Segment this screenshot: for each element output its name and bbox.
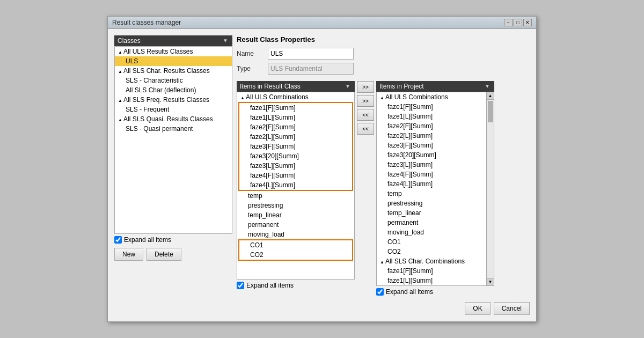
tree-item-sls-quasi[interactable]: SLS - Quasi permanent: [115, 124, 232, 134]
result-faze1f[interactable]: faze1[F][Summ]: [239, 103, 352, 113]
scroll-up-button[interactable]: ▲: [487, 92, 494, 100]
result-faze1l[interactable]: faze1[L][Summ]: [239, 113, 352, 122]
p-permanent[interactable]: permanent: [377, 218, 486, 227]
p-faze3l[interactable]: faze3[L][Summ]: [377, 160, 486, 170]
uls-combo-triangle: ▲: [240, 95, 246, 100]
triangle-icon-4: ▲: [118, 117, 123, 122]
items-project-expand-row: Expand all items: [376, 288, 433, 296]
right1-arrow: >>: [362, 84, 369, 90]
items-result-expand-checkbox[interactable]: [237, 282, 244, 289]
items-project-expand-checkbox[interactable]: [376, 288, 384, 296]
project-tree-wrapper: ▲All ULS Combinations faze1[F][Summ] faz…: [376, 92, 494, 286]
result-temp[interactable]: temp: [237, 191, 354, 201]
classes-filter-icon[interactable]: ▼: [223, 38, 229, 44]
items-project-expand-label: Expand all items: [386, 288, 433, 296]
items-result-filter-icon[interactable]: ▼: [345, 83, 352, 90]
transfer-left2-button[interactable]: <<: [357, 123, 374, 135]
tree-item-uls-group[interactable]: ▲All ULS Results Classes: [115, 47, 232, 56]
p-faze1l[interactable]: faze1[L][Summ]: [377, 112, 486, 121]
scroll-thumb[interactable]: [488, 101, 493, 122]
p-moving-load[interactable]: moving_load: [377, 227, 486, 237]
result-faze3-20[interactable]: faze3[20][Summ]: [239, 151, 352, 161]
items-result-bottom: Expand all items: [237, 282, 355, 289]
result-faze3l[interactable]: faze3[L][Summ]: [239, 161, 352, 171]
p-uls-triangle: ▲: [380, 95, 385, 100]
transfer-left1-button[interactable]: <<: [357, 109, 374, 121]
restore-button[interactable]: □: [514, 19, 522, 26]
p-sls-triangle: ▲: [380, 260, 385, 264]
properties-title: Result Class Properties: [237, 35, 530, 43]
p-faze4f[interactable]: faze4[F][Summ]: [377, 170, 486, 179]
items-result-tree[interactable]: ▲All ULS Combinations faze1[F][Summ] faz…: [237, 92, 355, 280]
result-faze4l[interactable]: faze4[L][Summ]: [239, 180, 352, 190]
result-faze4f[interactable]: faze4[F][Summ]: [239, 171, 352, 180]
p-co2[interactable]: CO2: [377, 247, 486, 256]
items-project-filter-icon[interactable]: ▼: [485, 83, 491, 90]
items-project-tree[interactable]: ▲All ULS Combinations faze1[F][Summ] faz…: [376, 92, 487, 286]
p-sls-char-combo-group[interactable]: ▲All SLS Char. Combinations: [377, 256, 486, 266]
scroll-track: [487, 100, 494, 278]
result-co2[interactable]: CO2: [239, 250, 352, 260]
minimize-button[interactable]: −: [504, 19, 513, 26]
p-sls-faze1f[interactable]: faze1[F][Summ]: [377, 266, 486, 276]
transfer-right2-button[interactable]: >>: [357, 95, 374, 107]
p-co1[interactable]: CO1: [377, 237, 486, 247]
p-faze1f[interactable]: faze1[F][Summ]: [377, 102, 486, 112]
p-prestressing[interactable]: prestressing: [377, 199, 486, 208]
items-result-expand-label: Expand all items: [246, 282, 294, 289]
result-faze3f[interactable]: faze3[F][Summ]: [239, 142, 352, 151]
cancel-button[interactable]: Cancel: [494, 302, 530, 315]
orange-box-co: CO1 CO2: [238, 239, 353, 261]
scroll-down-button[interactable]: ▼: [487, 278, 494, 285]
classes-bottom-row: Expand all items: [114, 236, 232, 244]
properties-section: Result Class Properties Name Type: [237, 35, 530, 78]
p-faze2f[interactable]: faze2[F][Summ]: [377, 121, 486, 131]
main-window: Result classes manager − □ ✕ Classes ▼ ▲…: [107, 16, 537, 322]
classes-expand-checkbox[interactable]: [114, 236, 122, 244]
result-moving-load[interactable]: moving_load: [237, 230, 354, 239]
result-temp-linear[interactable]: temp_linear: [237, 210, 354, 220]
tree-item-sls-freq[interactable]: SLS - Frequent: [115, 105, 232, 114]
name-input[interactable]: [268, 48, 354, 60]
items-result-expand-row: Expand all items: [237, 282, 294, 289]
p-faze2l[interactable]: faze2[L][Summ]: [377, 131, 486, 141]
items-project-label: Items in Project: [379, 83, 424, 90]
tree-item-sls-char-group[interactable]: ▲All SLS Char. Results Classes: [115, 66, 232, 76]
p-temp-linear[interactable]: temp_linear: [377, 208, 486, 218]
triangle-icon-3: ▲: [118, 98, 123, 103]
p-sls-faze1l[interactable]: faze1[L][Summ]: [377, 276, 486, 285]
delete-button[interactable]: Delete: [147, 248, 181, 261]
transfer-buttons-area: >> >> << <<: [355, 81, 376, 135]
transfer-right1-button[interactable]: >>: [357, 81, 374, 93]
tree-item-sls-quasi-group[interactable]: ▲All SLS Quasi. Results Classes: [115, 114, 232, 124]
tree-item-sls-freq-group[interactable]: ▲All SLS Freq. Results Classes: [115, 95, 232, 105]
result-faze2l[interactable]: faze2[L][Summ]: [239, 132, 352, 142]
ok-button[interactable]: OK: [465, 302, 490, 315]
result-permanent[interactable]: permanent: [237, 220, 354, 230]
project-scrollbar[interactable]: ▲ ▼: [487, 92, 494, 286]
p-faze3f[interactable]: faze3[F][Summ]: [377, 141, 486, 150]
items-result-panel: Items in Result Class ▼ ▲All ULS Combina…: [237, 81, 355, 289]
tree-item-uls[interactable]: ULS: [115, 56, 232, 66]
result-co1[interactable]: CO1: [239, 240, 352, 250]
p-faze3-20[interactable]: faze3[20][Summ]: [377, 150, 486, 160]
close-button[interactable]: ✕: [523, 19, 532, 26]
classes-panel-header: Classes ▼: [114, 35, 232, 46]
uls-combo-group-item[interactable]: ▲All ULS Combinations: [237, 92, 354, 102]
type-row: Type: [237, 63, 530, 75]
result-faze2f[interactable]: faze2[F][Summ]: [239, 122, 352, 132]
type-label: Type: [237, 65, 264, 72]
p-temp[interactable]: temp: [377, 189, 486, 199]
tree-item-sls-char[interactable]: SLS - Characteristic: [115, 76, 232, 85]
triangle-icon: ▲: [118, 50, 123, 55]
new-button[interactable]: New: [114, 248, 143, 261]
tree-item-sls-char-defl[interactable]: All SLS Char (deflection): [115, 85, 232, 95]
p-uls-combo-group-item[interactable]: ▲All ULS Combinations: [377, 92, 486, 102]
classes-header-label: Classes: [118, 37, 141, 45]
p-faze4l[interactable]: faze4[L][Summ]: [377, 179, 486, 189]
footer-buttons: OK Cancel: [114, 302, 530, 315]
right-area: Result Class Properties Name Type: [237, 35, 530, 296]
name-row: Name: [237, 48, 530, 60]
result-prestressing[interactable]: prestressing: [237, 201, 354, 210]
classes-tree[interactable]: ▲All ULS Results Classes ULS ▲All SLS Ch…: [114, 46, 232, 234]
